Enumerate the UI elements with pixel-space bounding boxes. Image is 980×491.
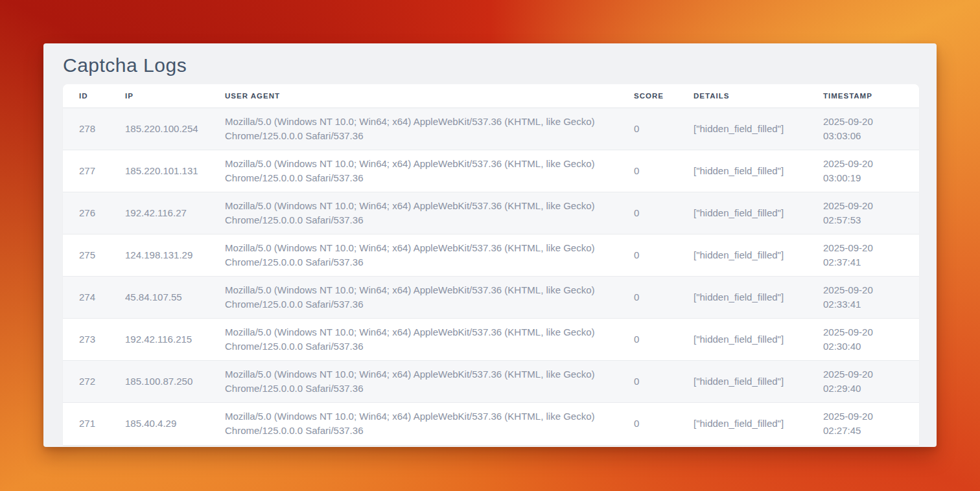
table-row: 273 192.42.116.215 Mozilla/5.0 (Windows … — [63, 319, 919, 361]
cell-score: 0 — [634, 192, 694, 234]
cell-score: 0 — [634, 234, 694, 277]
cell-id: 271 — [63, 403, 125, 445]
cell-timestamp: 2025-09-20 02:33:41 — [823, 277, 919, 319]
table-row: 278 185.220.100.254 Mozilla/5.0 (Windows… — [63, 108, 919, 150]
cell-details: ["hidden_field_filled"] — [694, 150, 823, 192]
table-row: 276 192.42.116.27 Mozilla/5.0 (Windows N… — [63, 192, 919, 234]
column-header-user-agent: USER AGENT — [225, 84, 634, 108]
cell-score: 0 — [634, 150, 694, 192]
cell-ip: 192.42.116.27 — [125, 192, 225, 234]
cell-id: 277 — [63, 150, 125, 192]
cell-timestamp: 2025-09-20 03:00:19 — [823, 150, 919, 192]
cell-details: ["hidden_field_filled"] — [694, 192, 823, 234]
cell-ip: 185.40.4.29 — [125, 403, 225, 445]
table-body: 278 185.220.100.254 Mozilla/5.0 (Windows… — [63, 108, 919, 445]
cell-user-agent: Mozilla/5.0 (Windows NT 10.0; Win64; x64… — [225, 319, 634, 361]
table-row: 272 185.100.87.250 Mozilla/5.0 (Windows … — [63, 361, 919, 403]
cell-user-agent: Mozilla/5.0 (Windows NT 10.0; Win64; x64… — [225, 234, 634, 277]
cell-details: ["hidden_field_filled"] — [694, 319, 823, 361]
cell-user-agent: Mozilla/5.0 (Windows NT 10.0; Win64; x64… — [225, 108, 634, 150]
cell-score: 0 — [634, 361, 694, 403]
cell-ip: 185.100.87.250 — [125, 361, 225, 403]
cell-id: 273 — [63, 319, 125, 361]
cell-details: ["hidden_field_filled"] — [694, 234, 823, 277]
cell-user-agent: Mozilla/5.0 (Windows NT 10.0; Win64; x64… — [225, 361, 634, 403]
cell-details: ["hidden_field_filled"] — [694, 108, 823, 150]
column-header-timestamp: TIMESTAMP — [823, 84, 919, 108]
cell-id: 275 — [63, 234, 125, 277]
cell-ip: 45.84.107.55 — [125, 277, 225, 319]
column-header-id: ID — [63, 84, 125, 108]
cell-details: ["hidden_field_filled"] — [694, 403, 823, 445]
page-title: Captcha Logs — [43, 43, 937, 84]
cell-timestamp: 2025-09-20 02:27:45 — [823, 403, 919, 445]
cell-timestamp: 2025-09-20 03:03:06 — [823, 108, 919, 150]
captcha-logs-table-container: ID IP USER AGENT SCORE DETAILS TIMESTAMP… — [63, 84, 919, 445]
table-row: 274 45.84.107.55 Mozilla/5.0 (Windows NT… — [63, 277, 919, 319]
cell-details: ["hidden_field_filled"] — [694, 361, 823, 403]
cell-score: 0 — [634, 277, 694, 319]
cell-timestamp: 2025-09-20 02:29:40 — [823, 361, 919, 403]
captcha-logs-card: Captcha Logs ID IP USER AGENT SCORE DETA… — [43, 43, 937, 447]
cell-user-agent: Mozilla/5.0 (Windows NT 10.0; Win64; x64… — [225, 150, 634, 192]
cell-user-agent: Mozilla/5.0 (Windows NT 10.0; Win64; x64… — [225, 192, 634, 234]
table-header-row: ID IP USER AGENT SCORE DETAILS TIMESTAMP — [63, 84, 919, 108]
column-header-details: DETAILS — [694, 84, 823, 108]
cell-id: 276 — [63, 192, 125, 234]
table-row: 271 185.40.4.29 Mozilla/5.0 (Windows NT … — [63, 403, 919, 445]
cell-details: ["hidden_field_filled"] — [694, 277, 823, 319]
table-row: 275 124.198.131.29 Mozilla/5.0 (Windows … — [63, 234, 919, 277]
cell-ip: 124.198.131.29 — [125, 234, 225, 277]
table-header: ID IP USER AGENT SCORE DETAILS TIMESTAMP — [63, 84, 919, 108]
cell-score: 0 — [634, 403, 694, 445]
cell-ip: 185.220.101.131 — [125, 150, 225, 192]
cell-score: 0 — [634, 108, 694, 150]
cell-ip: 185.220.100.254 — [125, 108, 225, 150]
cell-ip: 192.42.116.215 — [125, 319, 225, 361]
captcha-logs-table: ID IP USER AGENT SCORE DETAILS TIMESTAMP… — [63, 84, 919, 445]
cell-score: 0 — [634, 319, 694, 361]
table-row: 277 185.220.101.131 Mozilla/5.0 (Windows… — [63, 150, 919, 192]
column-header-ip: IP — [125, 84, 225, 108]
desktop-background: Captcha Logs ID IP USER AGENT SCORE DETA… — [0, 0, 980, 491]
cell-timestamp: 2025-09-20 02:37:41 — [823, 234, 919, 277]
cell-id: 272 — [63, 361, 125, 403]
cell-id: 278 — [63, 108, 125, 150]
cell-user-agent: Mozilla/5.0 (Windows NT 10.0; Win64; x64… — [225, 403, 634, 445]
column-header-score: SCORE — [634, 84, 694, 108]
cell-timestamp: 2025-09-20 02:30:40 — [823, 319, 919, 361]
cell-timestamp: 2025-09-20 02:57:53 — [823, 192, 919, 234]
cell-user-agent: Mozilla/5.0 (Windows NT 10.0; Win64; x64… — [225, 277, 634, 319]
cell-id: 274 — [63, 277, 125, 319]
